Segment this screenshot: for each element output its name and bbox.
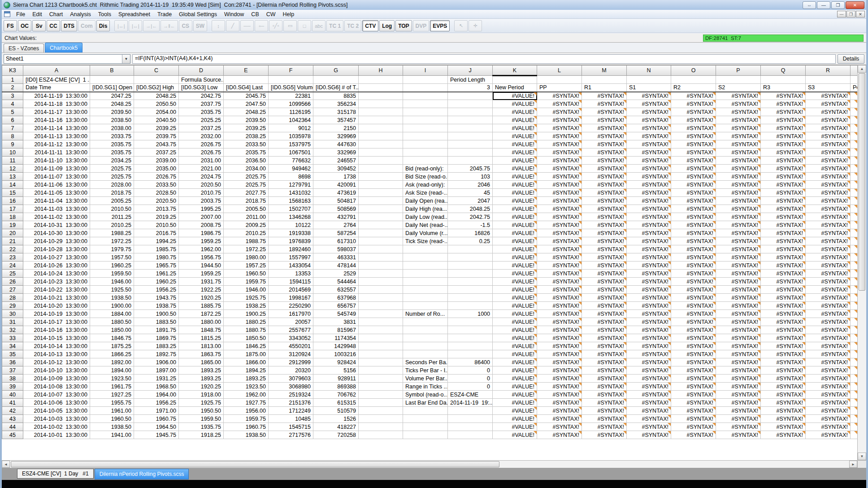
cell[interactable]: #SYNTAX! bbox=[716, 415, 761, 423]
cell[interactable]: #SYNTAX! bbox=[761, 213, 806, 221]
cell[interactable]: 2035.75 bbox=[224, 148, 269, 157]
row-header[interactable]: 6 bbox=[2, 116, 23, 124]
cell[interactable]: 22381 bbox=[269, 92, 313, 100]
menu-chart[interactable]: Chart bbox=[46, 10, 67, 18]
cell[interactable]: 2250290 bbox=[269, 302, 313, 310]
cell[interactable]: #SYNTAX! bbox=[627, 245, 671, 253]
cell[interactable]: #SYNTAX! bbox=[537, 318, 582, 326]
cell[interactable]: #SYNTAX! bbox=[582, 431, 627, 439]
cell[interactable]: -1.5 bbox=[448, 221, 493, 229]
cell[interactable]: #SYNTAX! bbox=[671, 245, 716, 253]
cell[interactable]: #VALUE! bbox=[493, 399, 537, 407]
cell[interactable]: #SYNTAX! bbox=[671, 286, 716, 294]
cell[interactable]: 637968 bbox=[313, 294, 359, 302]
cell[interactable] bbox=[851, 116, 858, 124]
horizontal-scroll-track[interactable] bbox=[500, 461, 849, 468]
cell[interactable] bbox=[403, 423, 448, 431]
cell[interactable]: #SYNTAX! bbox=[716, 221, 761, 229]
cell[interactable] bbox=[359, 415, 403, 423]
cell[interactable]: #SYNTAX! bbox=[716, 366, 761, 375]
cell[interactable]: #SYNTAX! bbox=[761, 270, 806, 278]
cell[interactable] bbox=[90, 76, 134, 84]
cell[interactable]: #SYNTAX! bbox=[627, 350, 671, 358]
cell[interactable]: #SYNTAX! bbox=[671, 205, 716, 213]
cell[interactable]: 1964.50 bbox=[134, 423, 179, 431]
cell[interactable] bbox=[627, 76, 671, 84]
cell[interactable]: #SYNTAX! bbox=[716, 326, 761, 334]
cell[interactable]: 2046 bbox=[448, 181, 493, 189]
cell[interactable]: 2037.25 bbox=[179, 124, 224, 132]
cell[interactable]: 1957.50 bbox=[90, 253, 134, 261]
cell[interactable]: 2038.00 bbox=[90, 124, 134, 132]
cell[interactable]: #SYNTAX! bbox=[537, 294, 582, 302]
cell[interactable] bbox=[537, 76, 582, 84]
cell[interactable]: #SYNTAX! bbox=[582, 140, 627, 148]
row-header[interactable]: 36 bbox=[2, 358, 23, 366]
cell[interactable]: 2014-10-12 13:30:00 bbox=[23, 358, 90, 366]
cell[interactable]: 3343052 bbox=[269, 334, 313, 342]
cell[interactable]: #SYNTAX! bbox=[806, 310, 851, 318]
cell[interactable]: #SYNTAX! bbox=[582, 237, 627, 245]
cell[interactable]: #SYNTAX! bbox=[582, 213, 627, 221]
cell[interactable]: 2014-10-01 13:30:00 bbox=[23, 431, 90, 439]
cell[interactable] bbox=[851, 415, 858, 423]
cell[interactable]: 1986.75 bbox=[179, 229, 224, 237]
cell[interactable]: 309452 bbox=[313, 165, 359, 173]
cell[interactable]: #SYNTAX! bbox=[716, 261, 761, 270]
cell[interactable] bbox=[851, 140, 858, 148]
cell[interactable]: #SYNTAX! bbox=[716, 108, 761, 116]
cell[interactable]: #SYNTAX! bbox=[582, 181, 627, 189]
cell[interactable]: 2912999 bbox=[269, 358, 313, 366]
dts-button[interactable]: DTS bbox=[61, 20, 77, 31]
cell[interactable]: 2040.50 bbox=[134, 116, 179, 124]
cell[interactable]: 2014-11-16 13:30:00 bbox=[23, 116, 90, 124]
cell[interactable]: 2037.75 bbox=[179, 100, 224, 108]
cell[interactable]: 2014-10-17 13:30:00 bbox=[23, 318, 90, 326]
cell[interactable]: 2035.75 bbox=[90, 148, 134, 157]
cell[interactable]: #VALUE! bbox=[493, 181, 537, 189]
cell[interactable]: #SYNTAX! bbox=[627, 302, 671, 310]
cell[interactable]: 1960.25 bbox=[90, 261, 134, 270]
cell[interactable]: #SYNTAX! bbox=[582, 189, 627, 197]
cell[interactable] bbox=[359, 140, 403, 148]
cell[interactable]: 13353 bbox=[269, 270, 313, 278]
cell[interactable]: #SYNTAX! bbox=[582, 100, 627, 108]
cell[interactable]: 1959.50 bbox=[179, 415, 224, 423]
cell[interactable]: 2014-10-15 13:30:00 bbox=[23, 334, 90, 342]
cell[interactable]: #SYNTAX! bbox=[716, 157, 761, 165]
cell[interactable]: 246557 bbox=[313, 157, 359, 165]
cell[interactable]: #SYNTAX! bbox=[537, 350, 582, 358]
cell[interactable]: 1875.25 bbox=[90, 342, 134, 350]
cell[interactable]: 1931.25 bbox=[134, 375, 179, 383]
cell[interactable]: #SYNTAX! bbox=[627, 140, 671, 148]
cell[interactable]: #SYNTAX! bbox=[716, 124, 761, 132]
cell[interactable]: #SYNTAX! bbox=[716, 213, 761, 221]
cell[interactable]: 478144 bbox=[313, 261, 359, 270]
column-header-G[interactable]: G bbox=[313, 65, 359, 76]
cell[interactable]: 2035.00 bbox=[134, 165, 179, 173]
scroll-down-icon[interactable]: ▼ bbox=[858, 453, 866, 460]
cell[interactable]: 1971.00 bbox=[134, 407, 179, 415]
cell[interactable] bbox=[359, 92, 403, 100]
cell[interactable]: #SYNTAX! bbox=[806, 108, 851, 116]
cell[interactable]: 1900.25 bbox=[224, 310, 269, 318]
cell[interactable]: 1035978 bbox=[269, 132, 313, 140]
cell[interactable] bbox=[359, 383, 403, 391]
cell[interactable]: 2034.25 bbox=[90, 157, 134, 165]
column-header-B[interactable]: B bbox=[90, 65, 134, 76]
menu-tools[interactable]: Tools bbox=[95, 10, 115, 18]
cell[interactable]: 2014-10-03 13:30:00 bbox=[23, 415, 90, 423]
cell[interactable]: #VALUE! bbox=[493, 261, 537, 270]
cell[interactable] bbox=[359, 229, 403, 237]
cell[interactable]: 1545715 bbox=[269, 423, 313, 431]
cell[interactable] bbox=[851, 342, 858, 350]
cell[interactable]: #SYNTAX! bbox=[806, 237, 851, 245]
cell[interactable] bbox=[851, 197, 858, 205]
cell[interactable]: #SYNTAX! bbox=[806, 423, 851, 431]
cc-button[interactable]: CC bbox=[47, 20, 60, 31]
cell[interactable]: #SYNTAX! bbox=[537, 237, 582, 245]
cell[interactable]: 776632 bbox=[269, 157, 313, 165]
row-header[interactable]: 39 bbox=[2, 383, 23, 391]
cell[interactable]: New Period bbox=[493, 84, 537, 92]
cell[interactable]: #SYNTAX! bbox=[716, 302, 761, 310]
